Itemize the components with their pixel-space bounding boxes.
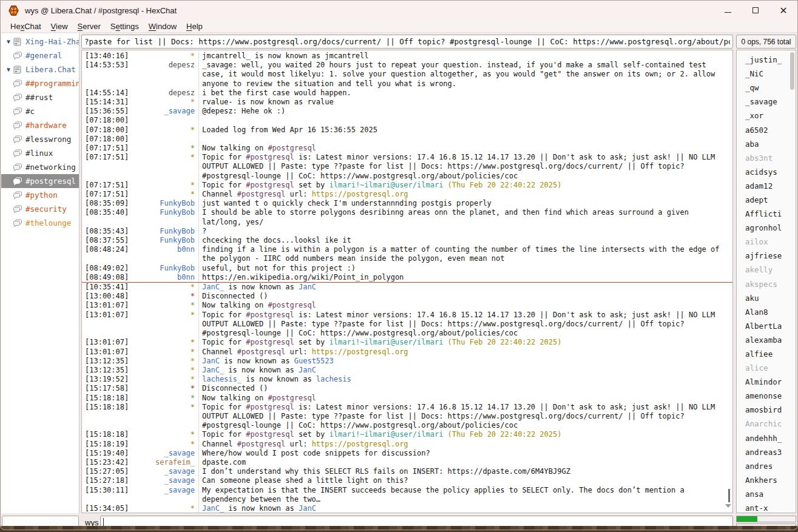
user-list-item[interactable]: acidsys [737,165,796,179]
close-button[interactable]: ✕ [769,1,797,20]
userlist-scrollbar[interactable] [790,52,794,90]
tree-server-xing-hai-zhai[interactable]: ▼Xing-Hai-Zhai [1,35,79,49]
chat-message: Topic for #postgresql set by ilmari!~ilm… [198,338,732,347]
ops-count-badge: 0 ops, 756 total [736,35,796,49]
user-list-item[interactable]: _NiC [737,67,796,81]
tree-channel--python[interactable]: #python [1,188,79,202]
user-list-item[interactable]: abs3nt [737,151,796,165]
user-list-item[interactable]: adept [737,193,796,207]
channel-bubble-icon [13,205,22,214]
user-list-item[interactable]: Alan8 [737,305,796,319]
chat-timestamp: [15:34:05] [82,504,130,513]
chat-nick: _savage [130,107,198,116]
chat-text-segment: ilmari!~ilmari@user/ilmari [330,338,444,346]
menu-server[interactable]: Server [73,21,106,32]
tree-server-libera-chat[interactable]: ▼Libera.Chat [1,62,79,76]
tree-channel--thelounge[interactable]: #thelounge [1,216,79,230]
tree-channel--rust[interactable]: ##rust [1,90,79,104]
maximize-button[interactable] [742,1,769,20]
chat-nick: b0nn [130,245,198,263]
menu-window[interactable]: Window [144,21,181,32]
chat-row: [08:35:09]FunkyBobjust wanted t o quickl… [82,199,732,208]
user-list-item[interactable]: Almindor [737,375,796,389]
chat-event-star: * [130,301,198,310]
tree-channel--lesswrong[interactable]: #lesswrong [1,132,79,146]
chat-timestamp: [13:01:07] [82,338,130,347]
user-list-item[interactable]: ailox [737,235,796,249]
user-list-item[interactable]: alexamba [737,333,796,347]
tree-expander-icon[interactable]: ▼ [4,66,13,73]
chat-link[interactable]: I don’t understand why this SELECT RLS f… [202,467,570,476]
user-list-item[interactable]: alfiee [737,347,796,361]
chat-message: useful, but not for this project :) [198,264,732,273]
user-list-item[interactable]: andreas3 [737,445,796,459]
user-list-item[interactable]: _qw [737,81,796,95]
chat-link[interactable]: https://postgresql.org [312,190,408,198]
user-list-item[interactable]: _xor [737,109,796,123]
user-list-item[interactable]: ajfriese [737,249,796,263]
user-list-item[interactable]: andehhh_ [737,431,796,445]
tree-channel--postgresql[interactable]: #postgresql [1,174,79,188]
topic-input[interactable] [81,35,733,49]
chat-text-segment: useful, but not for this project :) [202,264,356,272]
tree-channel--security[interactable]: #security [1,202,79,216]
tree-expander-icon[interactable]: ▼ [4,38,13,45]
user-list-item[interactable]: aba [737,137,796,151]
minimize-button[interactable] [714,1,742,20]
channel-bubble-icon [13,135,22,144]
user-list-item[interactable]: ant-x [737,501,796,513]
chat-event-star: * [130,283,198,292]
menu-view[interactable]: View [46,21,73,32]
chat-text-segment: JanC_ [202,283,224,291]
tree-item-label: #python [25,190,58,200]
menu-hexchat[interactable]: HexChat [5,21,46,32]
user-list-item[interactable]: Ankhers [737,473,796,487]
user-list-item[interactable]: amenonse [737,389,796,403]
chat-text-segment: chcecking the docs...looksl ike it [202,236,351,244]
chat-message: JanC is now known as Guest5523 [198,357,732,366]
chat-row: [15:18:18]*Topic for #postgresql is: Lat… [82,403,732,431]
user-list-item[interactable]: agronhol [737,221,796,235]
chat-nick: _savage [130,467,198,476]
chat-message: just wanted t o quickly check I'm unders… [198,199,732,208]
chat-link[interactable]: https://postgresql.org [312,440,408,448]
chat-row: [08:49:02]FunkyBobuseful, but not for th… [82,264,732,273]
chat-scroll-down-icon[interactable] [725,504,731,508]
chat-row: [15:23:42]serafeim_dpaste.com [82,458,732,467]
user-list-item[interactable]: AlbertLa [737,319,796,333]
chat-link[interactable]: https://postgresql.org [312,348,408,356]
tree-channel--hardware[interactable]: #hardware [1,118,79,132]
user-list-item[interactable]: andres [737,459,796,473]
chat-event-star: * [130,52,198,61]
user-list-item[interactable]: ansa [737,487,796,501]
chat-log[interactable]: [13:40:16]*jmcantrell_ is now known as j… [81,50,733,513]
user-list-item[interactable]: a6502 [737,123,796,136]
chat-link[interactable]: https://en.wikipedia.org/wiki/Point_in_p… [202,273,404,281]
user-list-item[interactable]: amosbird [737,403,796,417]
user-list-item[interactable]: akelly [737,263,796,277]
chat-message: Channel #postgresql url: https://postgre… [198,348,732,357]
chat-message [198,135,732,144]
tree-channel--c[interactable]: #c [1,104,79,118]
chat-message: Topic for #postgresql set by ilmari!~ilm… [198,430,732,439]
user-list-item[interactable]: Afflicti [737,207,796,221]
tree-channel--general[interactable]: #general [1,49,79,62]
tree-channel--programming[interactable]: ##programming [1,76,79,90]
chat-scrollbar[interactable] [728,489,730,502]
chat-timestamp: [07:17:51] [82,181,130,190]
chat-text-segment: rvalue- is now known as rvalue [202,98,334,106]
chat-text-segment: is now known as [224,283,299,291]
channel-tree: ▼Xing-Hai-Zhai#general▼Libera.Chat##prog… [1,33,79,513]
user-list-item[interactable]: _justin_ [737,53,796,67]
user-list-item[interactable]: aku [737,291,796,305]
tree-channel--networking[interactable]: #networking [1,160,79,174]
user-list-item[interactable]: _savage [737,95,796,109]
menu-help[interactable]: Help [181,21,208,32]
user-list-item[interactable]: alice [737,361,796,375]
user-list-item[interactable]: adam12 [737,179,796,193]
menu-settings[interactable]: Settings [106,21,144,32]
chat-text-segment: JanC_ [202,504,224,513]
user-list-item[interactable]: akspecs [737,277,796,291]
user-list-item[interactable]: Anarchic [737,417,796,431]
tree-channel--linux[interactable]: #linux [1,146,79,160]
